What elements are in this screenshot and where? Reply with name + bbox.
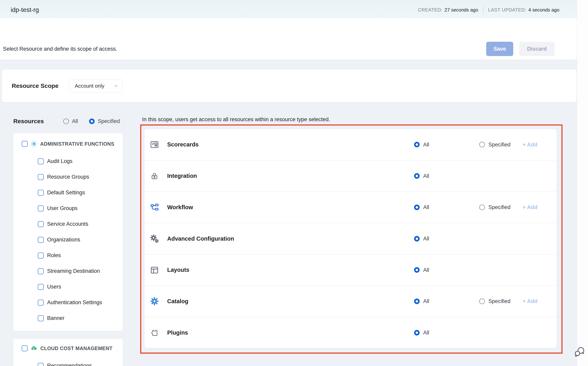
radio-selected-icon[interactable] <box>414 330 420 336</box>
group-label: ADMINISTRATIVE FUNCTIONS <box>40 141 114 147</box>
gears-icon <box>150 234 159 244</box>
resource-row-scorecards: Scorecards All Specified + Add <box>145 129 557 160</box>
list-item[interactable]: Recommendations <box>13 358 123 366</box>
row-radio-all[interactable]: All <box>414 330 429 336</box>
list-item[interactable]: Roles <box>13 248 123 263</box>
list-item[interactable]: Users <box>13 279 123 295</box>
created-label: CREATED: <box>418 7 443 13</box>
row-radio-specified[interactable]: Specified <box>479 298 511 305</box>
radio-unselected-icon[interactable] <box>479 298 485 304</box>
row-radio-specified[interactable]: Specified <box>479 141 511 148</box>
list-item[interactable]: Banner <box>13 310 123 326</box>
item-checkbox[interactable] <box>38 284 44 290</box>
last-updated-label: LAST UPDATED: <box>488 7 526 13</box>
group-checkbox[interactable] <box>22 345 28 351</box>
gear-icon <box>150 297 159 306</box>
radio-unselected-icon[interactable] <box>479 205 485 210</box>
radio-all-label: All <box>72 118 78 124</box>
highlight-red-box: Scorecards All Specified + Add Integrati… <box>140 124 563 354</box>
add-link[interactable]: + Add <box>523 204 538 210</box>
chevron-down-icon <box>113 83 118 88</box>
group-row-admin-functions: ADMINISTRATIVE FUNCTIONS <box>13 136 123 151</box>
admin-functions-card: ADMINISTRATIVE FUNCTIONS Audit Logs Reso… <box>13 133 123 331</box>
row-radio-all[interactable]: All <box>414 267 429 273</box>
resource-row-integration: Integration All <box>145 160 557 192</box>
list-item[interactable]: Resource Groups <box>13 169 123 185</box>
item-checkbox[interactable] <box>38 237 44 243</box>
list-item[interactable]: Streaming Destination <box>13 263 123 279</box>
add-link[interactable]: + Add <box>523 141 538 148</box>
add-link[interactable]: + Add <box>523 298 538 305</box>
resource-scope-dropdown[interactable]: Account only <box>69 79 123 92</box>
action-toolbar: Select Resource and define its scope of … <box>0 18 577 60</box>
resources-title: Resources <box>13 118 44 125</box>
row-radio-all[interactable]: All <box>414 236 429 242</box>
page-title: idp-test-rg <box>11 6 39 14</box>
item-checkbox[interactable] <box>38 221 44 227</box>
item-checkbox[interactable] <box>38 268 44 274</box>
admin-items: Audit Logs Resource Groups Default Setti… <box>13 153 123 326</box>
radio-selected-icon[interactable] <box>89 118 95 124</box>
layout-icon <box>150 265 159 275</box>
row-label: Catalog <box>167 298 188 305</box>
toolbar-description: Select Resource and define its scope of … <box>3 46 117 52</box>
admin-gear-icon <box>31 141 37 147</box>
cloud-cost-items: Recommendations <box>13 358 123 366</box>
item-checkbox[interactable] <box>38 174 44 180</box>
scope-description: In this scope, users get access to all r… <box>142 116 330 122</box>
item-checkbox[interactable] <box>38 206 44 211</box>
item-checkbox[interactable] <box>38 158 44 164</box>
list-item[interactable]: Organizations <box>13 232 123 248</box>
resource-row-workflow: Workflow All Specified + Add <box>145 192 557 223</box>
item-checkbox[interactable] <box>38 252 44 259</box>
group-checkbox[interactable] <box>22 141 28 147</box>
resources-radio-all[interactable]: All <box>63 118 78 124</box>
resource-scope-card: Resource Scope Account only <box>2 69 576 102</box>
resource-scope-label: Resource Scope <box>12 83 58 89</box>
discard-button[interactable]: Discard <box>519 42 555 56</box>
item-checkbox[interactable] <box>38 315 44 321</box>
row-label: Scorecards <box>167 141 199 148</box>
row-radio-all[interactable]: All <box>414 173 429 179</box>
resource-row-advanced-configuration: Advanced Configuration All <box>145 223 557 255</box>
group-label: CLOUD COST MANAGEMENT <box>40 345 113 351</box>
radio-selected-icon[interactable] <box>414 142 420 147</box>
radio-selected-icon[interactable] <box>414 173 420 179</box>
cloud-cost-card: $ CLOUD COST MANAGEMENT Recommendations <box>13 339 123 366</box>
toolbar-actions: Save Discard <box>486 42 555 56</box>
radio-selected-icon[interactable] <box>414 267 420 273</box>
item-checkbox[interactable] <box>38 300 44 305</box>
radio-unselected-icon[interactable] <box>63 118 69 124</box>
radio-selected-icon[interactable] <box>414 236 420 241</box>
item-checkbox[interactable] <box>38 363 44 366</box>
chat-bubbles-icon[interactable] <box>573 346 586 358</box>
item-checkbox[interactable] <box>38 190 44 196</box>
radio-selected-icon[interactable] <box>414 298 420 304</box>
row-radio-all[interactable]: All <box>414 141 429 148</box>
radio-selected-icon[interactable] <box>414 205 420 210</box>
resource-row-layouts: Layouts All <box>145 255 557 286</box>
divider <box>483 7 483 13</box>
list-item[interactable]: Service Accounts <box>13 216 123 232</box>
resource-group-page: idp-test-rg CREATED: 27 seconds ago LAST… <box>0 0 588 366</box>
group-row-cloud-cost: $ CLOUD COST MANAGEMENT <box>13 341 123 356</box>
list-item[interactable]: User Groups <box>13 200 123 216</box>
resources-radio-specified[interactable]: Specified <box>89 118 120 124</box>
list-item[interactable]: Audit Logs <box>13 153 123 169</box>
row-radio-all[interactable]: All <box>414 298 429 305</box>
row-radio-all[interactable]: All <box>414 204 429 210</box>
list-item[interactable]: Default Settings <box>13 185 123 200</box>
list-item[interactable]: Authentication Settings <box>13 295 123 310</box>
resources-header: Resources All Specified <box>0 116 139 127</box>
puzzle-icon <box>150 328 159 337</box>
resource-row-plugins: Plugins All <box>145 317 557 348</box>
resource-type-list: Scorecards All Specified + Add Integrati… <box>145 129 557 348</box>
timestamps: CREATED: 27 seconds ago LAST UPDATED: 4 … <box>418 7 560 13</box>
row-radio-specified[interactable]: Specified <box>479 204 511 210</box>
save-button[interactable]: Save <box>486 42 513 56</box>
scorecard-icon <box>150 140 159 149</box>
radio-specified-label: Specified <box>98 118 120 124</box>
radio-unselected-icon[interactable] <box>479 142 485 147</box>
last-updated-value: 4 seconds ago <box>528 7 559 13</box>
cloud-dollar-icon: $ <box>31 345 37 351</box>
